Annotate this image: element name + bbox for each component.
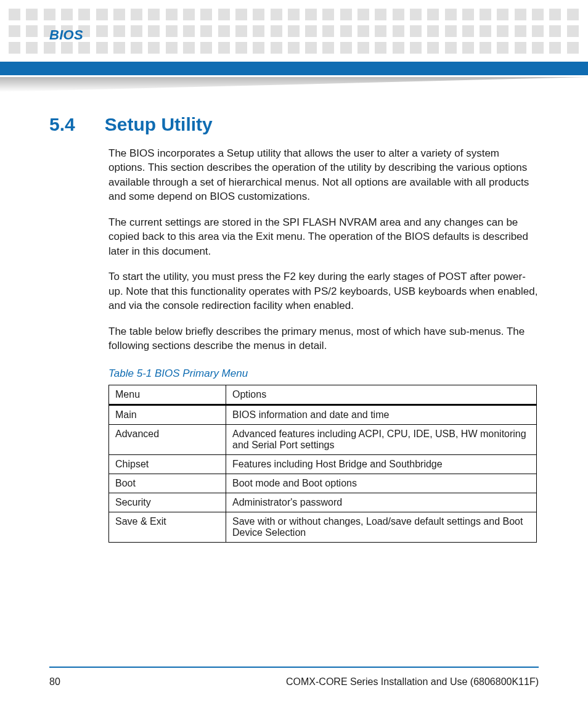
table-cell-menu: Chipset	[109, 455, 226, 474]
page-number: 80	[49, 676, 60, 688]
decorative-grid	[0, 9, 588, 54]
table-row: MainBIOS information and date and time	[109, 405, 537, 425]
table-row: ChipsetFeatures including Host Bridge an…	[109, 455, 537, 474]
paragraph: To start the utility, you must press the…	[108, 269, 539, 313]
table-header-menu: Menu	[109, 385, 226, 405]
section-number: 5.4	[49, 114, 75, 135]
header-blue-bar	[0, 62, 588, 75]
table-cell-options: BIOS information and date and time	[226, 405, 537, 425]
table-row: BootBoot mode and Boot options	[109, 474, 537, 493]
table-cell-options: Features including Host Bridge and South…	[226, 455, 537, 474]
table-cell-options: Boot mode and Boot options	[226, 474, 537, 493]
paragraph: The current settings are stored in the S…	[108, 215, 539, 258]
table-cell-options: Save with or without changes, Load/save …	[226, 512, 537, 543]
section-title: Setup Utility	[105, 114, 213, 135]
table-row: SecurityAdministrator's password	[109, 493, 537, 512]
table-cell-options: Administrator's password	[226, 493, 537, 512]
table-cell-menu: Save & Exit	[109, 512, 226, 543]
table-caption: Table 5-1 BIOS Primary Menu	[108, 367, 539, 380]
paragraph: The table below briefly describes the pr…	[108, 324, 539, 353]
table-row: AdvancedAdvanced features including ACPI…	[109, 425, 537, 455]
header-wedge	[0, 77, 588, 92]
table-cell-menu: Advanced	[109, 425, 226, 455]
table-row: Save & ExitSave with or without changes,…	[109, 512, 537, 543]
footer-rule	[49, 667, 539, 668]
paragraph: The BIOS incorporates a Setup utility th…	[108, 146, 539, 204]
table-cell-menu: Boot	[109, 474, 226, 493]
doc-title: COMX-CORE Series Installation and Use (6…	[286, 676, 539, 688]
table-header-options: Options	[226, 385, 537, 405]
chapter-label: BIOS	[49, 27, 83, 43]
bios-primary-menu-table: Menu Options MainBIOS information and da…	[108, 385, 537, 543]
table-cell-menu: Main	[109, 405, 226, 425]
table-cell-menu: Security	[109, 493, 226, 512]
table-cell-options: Advanced features including ACPI, CPU, I…	[226, 425, 537, 455]
